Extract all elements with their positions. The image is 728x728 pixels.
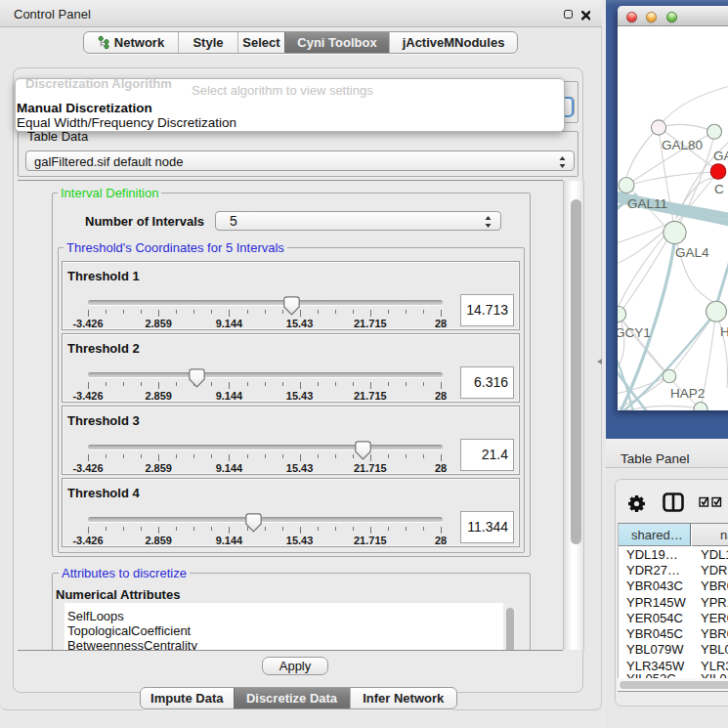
svg-text:HAP2: HAP2 xyxy=(670,386,705,401)
svg-text:GAL80: GAL80 xyxy=(662,138,703,152)
svg-text:GA: GA xyxy=(713,149,728,163)
svg-text:GCY1: GCY1 xyxy=(618,325,651,340)
svg-text:C: C xyxy=(714,182,724,196)
svg-text:GAL11: GAL11 xyxy=(627,196,667,211)
svg-text:H: H xyxy=(720,324,728,339)
svg-text:GAL4: GAL4 xyxy=(675,245,709,260)
